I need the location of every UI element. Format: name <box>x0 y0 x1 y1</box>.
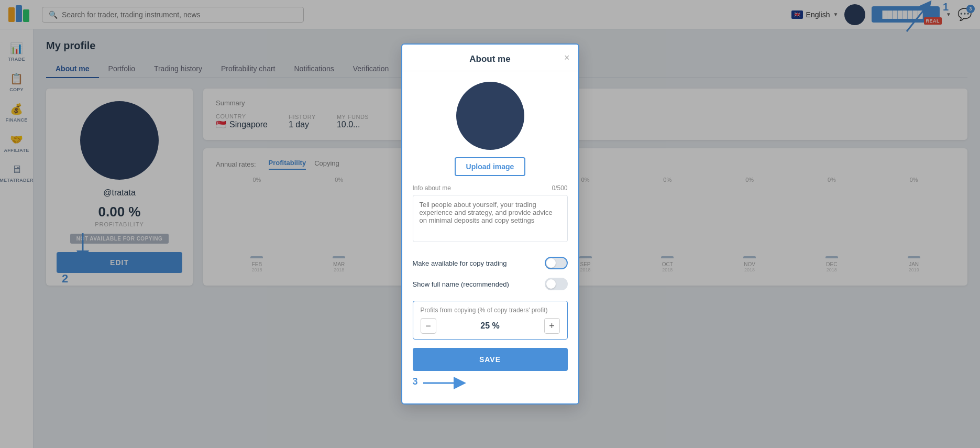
info-header: Info about me 0/500 <box>413 184 568 192</box>
modal-title: About me <box>469 54 510 64</box>
modal-close-button[interactable]: × <box>564 52 570 63</box>
modal-avatar <box>456 82 524 150</box>
profit-label: Profits from copying (% of copy traders'… <box>421 307 560 314</box>
arrow-3-wrap: 3 <box>413 375 568 393</box>
about-me-modal: About me × Upload image Info about me 0/… <box>401 43 579 405</box>
fullname-toggle-knob <box>546 279 556 289</box>
save-button[interactable]: SAVE <box>413 348 568 371</box>
modal-overlay[interactable]: About me × Upload image Info about me 0/… <box>0 0 980 448</box>
toggle-knob <box>546 258 556 268</box>
profit-decrease-button[interactable]: − <box>421 318 436 334</box>
modal-body: Upload image Info about me 0/500 Make av… <box>402 71 578 403</box>
fullname-toggle-row: Show full name (recommended) <box>413 274 568 294</box>
copy-trading-toggle-row: Make available for copy trading <box>413 253 568 274</box>
annotation-3: 3 <box>413 376 418 387</box>
info-section: Info about me 0/500 <box>413 184 568 244</box>
info-textarea[interactable] <box>413 195 568 242</box>
copy-trading-label: Make available for copy trading <box>413 259 507 267</box>
modal-header: About me × <box>402 45 578 71</box>
profit-section: Profits from copying (% of copy traders'… <box>413 301 568 340</box>
info-label: Info about me <box>413 184 451 192</box>
upload-image-button[interactable]: Upload image <box>455 157 526 176</box>
profit-value: 25 % <box>480 321 499 331</box>
fullname-label: Show full name (recommended) <box>413 280 509 288</box>
info-char-count: 0/500 <box>552 184 567 192</box>
modal-avatar-wrap: Upload image <box>413 82 568 176</box>
profit-increase-button[interactable]: + <box>544 318 560 334</box>
arrow-3-svg <box>413 375 476 391</box>
profit-control: − 25 % + <box>421 318 560 334</box>
copy-trading-toggle[interactable] <box>545 257 568 269</box>
fullname-toggle[interactable] <box>545 278 568 290</box>
